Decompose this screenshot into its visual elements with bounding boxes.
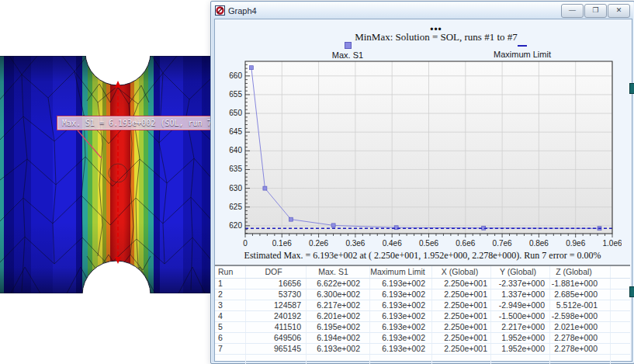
svg-text:0.5e6: 0.5e6	[419, 239, 438, 248]
table-cell	[611, 300, 630, 310]
maximize-button[interactable]: ❐	[584, 4, 607, 18]
table-cell: 411510	[246, 322, 307, 332]
table-cell: 2.250e+001	[432, 279, 491, 289]
table-cell: 6.193e+002	[370, 300, 432, 310]
column-header: Run	[215, 266, 246, 278]
table-cell	[611, 279, 630, 289]
table-cell: 6.194e+002	[307, 333, 370, 343]
resize-handle-bottom[interactable]	[629, 286, 634, 297]
table-cell: 6.193e+002	[370, 289, 432, 300]
svg-text:0.6e6: 0.6e6	[456, 239, 475, 248]
table-row[interactable]: 54115106.195e+0026.193e+0022.250e+0012.2…	[215, 322, 630, 333]
table-cell: 2.278e+000	[550, 344, 611, 354]
table-cell: 4	[215, 311, 246, 321]
svg-text:625: 625	[229, 203, 242, 211]
column-header: Y (Global)	[491, 266, 550, 278]
svg-text:0.1e6: 0.1e6	[272, 239, 292, 248]
table-cell: 965145	[246, 344, 307, 354]
table-cell: 1.337e+000	[491, 289, 550, 300]
minmax-convergence-plot[interactable]: 62062563063564064565065566000.1e60.2e60.…	[220, 43, 622, 249]
svg-text:650: 650	[229, 109, 242, 117]
table-cell: 6.622e+002	[307, 279, 370, 289]
svg-text:0: 0	[243, 239, 248, 248]
svg-text:0.8e6: 0.8e6	[529, 239, 549, 248]
svg-text:660: 660	[229, 71, 242, 80]
table-cell: 6.193e+002	[370, 344, 432, 354]
table-row[interactable]: 79651456.193e+0026.193e+0022.250e+0011.9…	[215, 344, 630, 355]
svg-text:0.9e6: 0.9e6	[566, 239, 585, 248]
table-row[interactable]: 1166566.622e+0026.193e+0022.250e+001-2.3…	[215, 279, 630, 289]
svg-text:645: 645	[229, 127, 242, 136]
table-cell: 6	[215, 333, 246, 343]
stress-contour-bands	[0, 20, 212, 329]
table-row[interactable]: 66495066.194e+0026.193e+0022.250e+0011.9…	[215, 333, 630, 344]
table-cell: 3	[215, 300, 246, 310]
table-cell: -1.500e+000	[491, 311, 550, 321]
table-cell	[215, 355, 246, 364]
table-cell	[611, 311, 630, 321]
table-cell	[370, 355, 432, 364]
table-cell: 2.250e+001	[432, 289, 491, 300]
table-cell: 6.300e+002	[307, 289, 370, 300]
table-empty-row[interactable]	[215, 355, 630, 364]
svg-text:0.4e6: 0.4e6	[383, 239, 402, 248]
max-annotation-tooltip: Max. S1 = 6.193e+002 (SOL, run 7)	[57, 116, 222, 130]
svg-text:635: 635	[229, 165, 242, 173]
column-header: Z (Global)	[550, 266, 611, 278]
table-cell	[611, 355, 630, 364]
table-cell: 2.250e+001	[432, 333, 491, 343]
table-cell	[611, 322, 630, 332]
table-cell: 2.217e+000	[491, 322, 550, 332]
estimated-max-readout: Estimated Max. = 6.193e+002 at ( 2.250e+…	[215, 250, 630, 262]
table-cell	[307, 355, 370, 364]
table-cell: -2.949e+000	[491, 300, 550, 310]
table-cell: 6.201e+002	[307, 311, 370, 321]
svg-text:620: 620	[229, 221, 242, 230]
table-cell: 2.250e+001	[432, 300, 491, 310]
table-cell: 1.952e+000	[491, 333, 550, 343]
table-cell: 6.195e+002	[307, 322, 370, 332]
column-header: X (Global)	[432, 266, 491, 278]
table-cell	[611, 289, 630, 300]
table-cell: 5.512e-001	[550, 300, 611, 310]
svg-text:0.2e6: 0.2e6	[309, 239, 328, 248]
table-cell	[246, 355, 307, 364]
app-icon	[215, 5, 225, 16]
window-title: Graph4	[228, 6, 257, 16]
svg-text:0.3e6: 0.3e6	[345, 239, 365, 248]
table-cell: 6.193e+002	[307, 344, 370, 354]
table-cell: 1	[215, 279, 246, 289]
table-header-row: RunDOFMax. S1Maximum LimitX (Global)Y (G…	[215, 266, 630, 279]
runs-table: RunDOFMax. S1Maximum LimitX (Global)Y (G…	[215, 266, 630, 361]
column-header	[611, 266, 630, 278]
table-row[interactable]: 42401926.201e+0026.193e+0022.250e+001-1.…	[215, 311, 630, 322]
table-cell: 2.021e+000	[550, 322, 611, 332]
table-cell	[491, 355, 550, 364]
table-cell	[611, 333, 630, 343]
table-cell: 6.193e+002	[370, 311, 432, 321]
table-cell: 6.193e+002	[370, 279, 432, 289]
table-cell: 2.278e+000	[550, 333, 611, 343]
table-cell: 5	[215, 322, 246, 332]
close-button[interactable]: ✕	[608, 4, 630, 18]
window-titlebar[interactable]: Graph4 — ❐ ✕	[212, 2, 633, 19]
svg-text:655: 655	[229, 90, 242, 99]
table-cell: 649506	[246, 333, 307, 343]
chart-client-area: ••• MinMax: Solution = SOL, runs #1 to #…	[214, 19, 632, 362]
column-header: DOF	[246, 266, 307, 278]
table-cell: -1.881e+000	[550, 279, 611, 289]
svg-text:0.7e6: 0.7e6	[493, 239, 512, 248]
table-cell: -2.598e+000	[550, 311, 611, 321]
table-cell: -2.337e+000	[491, 279, 550, 289]
table-cell: 2.250e+001	[432, 311, 491, 321]
table-row[interactable]: 2537306.300e+0026.193e+0022.250e+0011.33…	[215, 289, 630, 300]
resize-handle-top[interactable]	[629, 83, 634, 94]
svg-text:1.0e6: 1.0e6	[602, 239, 622, 248]
table-cell: 2	[215, 289, 246, 300]
table-cell: 6.193e+002	[370, 333, 432, 343]
table-row[interactable]: 31245876.217e+0026.193e+0022.250e+001-2.…	[215, 300, 630, 311]
fea-model-view[interactable]	[0, 0, 212, 364]
minimize-button[interactable]: —	[561, 4, 584, 18]
column-header: Max. S1	[307, 266, 370, 278]
svg-text:DOF: DOF	[421, 248, 437, 249]
